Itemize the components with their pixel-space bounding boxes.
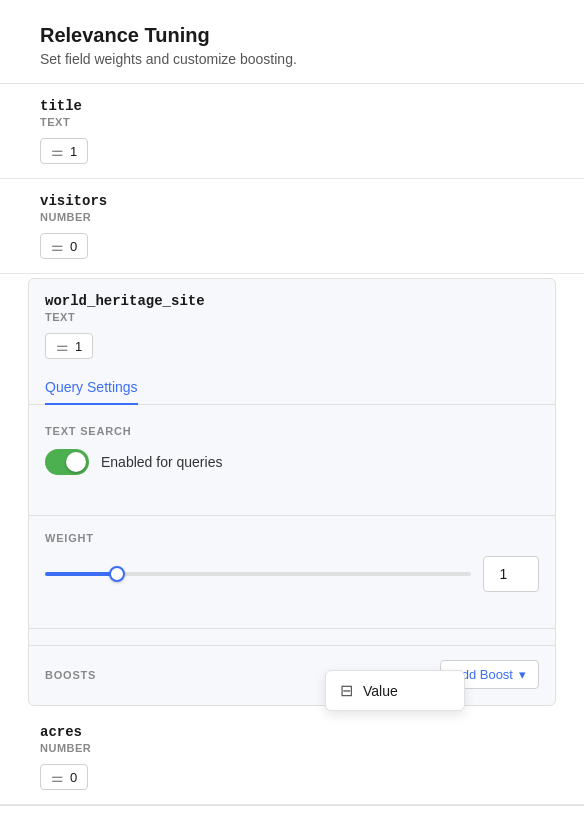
section-divider-2 — [29, 628, 555, 629]
sliders-icon-title: ⚌ — [51, 143, 64, 159]
weight-badge-world-heritage[interactable]: ⚌ 1 — [45, 333, 93, 359]
slider-row — [45, 556, 539, 592]
page-container: Relevance Tuning Set field weights and c… — [0, 0, 584, 817]
field-row-title: title TEXT ⚌ 1 — [0, 84, 584, 179]
footer: Restore Defaults Save — [0, 805, 584, 817]
slider-fill — [45, 572, 117, 576]
weight-badge-title[interactable]: ⚌ 1 — [40, 138, 88, 164]
weight-badge-acres[interactable]: ⚌ 0 — [40, 764, 88, 790]
field-type-acres: NUMBER — [40, 742, 544, 754]
field-row-visitors: visitors NUMBER ⚌ 0 — [0, 179, 584, 274]
toggle-thumb — [66, 452, 86, 472]
toggle-track — [45, 449, 89, 475]
tab-query-settings[interactable]: Query Settings — [45, 371, 138, 405]
sliders-icon-world-heritage: ⚌ — [56, 338, 69, 354]
weight-slider[interactable] — [45, 572, 471, 576]
field-row-world-heritage-wrapper: world_heritage_site TEXT ⚌ 1 Query Setti… — [0, 278, 584, 706]
sliders-icon-acres: ⚌ — [51, 769, 64, 785]
weight-label: WEIGHT — [45, 532, 539, 544]
weight-badge-visitors[interactable]: ⚌ 0 — [40, 233, 88, 259]
field-header-world-heritage: world_heritage_site TEXT ⚌ 1 — [29, 279, 555, 359]
field-name-world-heritage: world_heritage_site — [45, 293, 539, 309]
sliders-icon-visitors: ⚌ — [51, 238, 64, 254]
field-row-acres: acres NUMBER ⚌ 0 — [0, 710, 584, 805]
tabs-bar: Query Settings — [29, 371, 555, 405]
page-title: Relevance Tuning — [40, 24, 544, 47]
page-subtitle: Set field weights and customize boosting… — [40, 51, 544, 67]
weight-value-world-heritage: 1 — [75, 339, 82, 354]
expanded-content: TEXT SEARCH Enabled for queries — [29, 405, 555, 499]
dropdown-item-value[interactable]: ⊟ Value — [326, 671, 464, 710]
text-search-toggle[interactable] — [45, 449, 89, 475]
field-type-title: TEXT — [40, 116, 544, 128]
weight-value-visitors: 0 — [70, 239, 77, 254]
section-divider-1 — [29, 515, 555, 516]
toggle-label: Enabled for queries — [101, 454, 222, 470]
table-icon: ⊟ — [340, 681, 353, 700]
header: Relevance Tuning Set field weights and c… — [0, 0, 584, 83]
boosts-section: BOOSTS Add Boost ▾ — [29, 645, 555, 705]
chevron-down-icon: ▾ — [519, 667, 526, 682]
field-name-title: title — [40, 98, 544, 114]
slider-thumb — [109, 566, 125, 582]
weight-value-acres: 0 — [70, 770, 77, 785]
boosts-label: BOOSTS — [45, 669, 96, 681]
dropdown-item-value-label: Value — [363, 683, 398, 699]
boost-dropdown-menu: ⊟ Value — [325, 670, 465, 711]
weight-value-title: 1 — [70, 144, 77, 159]
field-type-visitors: NUMBER — [40, 211, 544, 223]
text-search-label: TEXT SEARCH — [45, 425, 539, 437]
fields-container: title TEXT ⚌ 1 visitors NUMBER ⚌ 0 world… — [0, 84, 584, 805]
weight-section: WEIGHT — [29, 532, 555, 612]
field-type-world-heritage: TEXT — [45, 311, 539, 323]
field-row-world-heritage: world_heritage_site TEXT ⚌ 1 Query Setti… — [28, 278, 556, 706]
field-name-acres: acres — [40, 724, 544, 740]
toggle-row: Enabled for queries — [45, 449, 539, 475]
field-name-visitors: visitors — [40, 193, 544, 209]
weight-input[interactable] — [483, 556, 539, 592]
